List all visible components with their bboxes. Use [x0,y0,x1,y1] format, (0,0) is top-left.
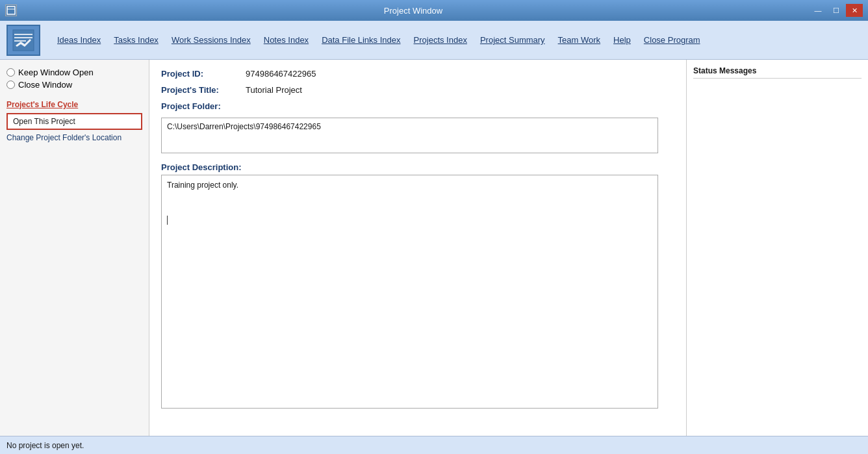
sidebar: Keep Window Open Close Window Project's … [0,60,149,436]
menu-tasks-index[interactable]: Tasks Index [107,32,165,47]
window-mode-group: Keep Window Open Close Window [6,68,142,90]
app-icon [5,5,17,16]
main-content: Keep Window Open Close Window Project's … [0,60,868,436]
project-id-value: 974986467422965 [246,69,316,79]
menu-data-file-links-index[interactable]: Data File Links Index [315,32,407,47]
status-message: No project is open yet. [6,441,84,450]
close-button[interactable]: ✕ [846,4,863,17]
window-controls: — ☐ ✕ [810,4,863,17]
center-content: Project ID: 974986467422965 Project's Ti… [149,60,686,436]
svg-rect-0 [7,6,15,14]
project-folder-label-row: Project Folder: [161,101,674,111]
text-cursor [167,216,168,225]
window-title: Project Window [17,6,810,16]
status-panel-title: Status Messages [693,66,862,79]
svg-rect-3 [14,34,32,35]
maximize-button[interactable]: ☐ [828,4,845,17]
minimize-button[interactable]: — [810,4,826,17]
project-title-label: Project's Title: [161,85,246,95]
project-title-value: Tutorial Project [246,85,302,95]
lifecycle-label: Project's Life Cycle [6,100,142,109]
project-folder-box[interactable]: C:\Users\Darren\Projects\974986467422965 [161,118,658,153]
keep-window-open-radio[interactable]: Keep Window Open [6,68,142,77]
title-bar: Project Window — ☐ ✕ [0,0,868,21]
open-project-button[interactable]: Open This Project [6,113,142,130]
description-value: Training project only. [167,181,238,190]
menu-projects-index[interactable]: Projects Index [407,32,474,47]
change-folder-link[interactable]: Change Project Folder's Location [6,133,121,142]
menu-work-sessions-index[interactable]: Work Sessions Index [165,32,257,47]
menu-project-summary[interactable]: Project Summary [474,32,552,47]
status-panel: Status Messages [686,60,868,436]
menu-team-work[interactable]: Team Work [552,32,607,47]
menu-close-program[interactable]: Close Program [637,32,707,47]
project-id-label: Project ID: [161,69,246,79]
project-folder-label: Project Folder: [161,101,246,111]
menu-bar: Ideas Index Tasks Index Work Sessions In… [0,21,868,60]
close-window-radio[interactable]: Close Window [6,80,142,90]
svg-rect-4 [14,37,32,38]
menu-help[interactable]: Help [607,32,637,47]
project-id-row: Project ID: 974986467422965 [161,69,674,79]
description-label: Project Description: [161,162,674,172]
app-logo [6,25,40,56]
description-section: Project Description: Training project on… [161,162,674,409]
menu-ideas-index[interactable]: Ideas Index [51,32,107,47]
status-bar: No project is open yet. [0,436,868,454]
project-folder-value: C:\Users\Darren\Projects\974986467422965 [167,122,321,131]
description-box[interactable]: Training project only. [161,175,658,409]
svg-rect-5 [14,40,26,42]
menu-notes-index[interactable]: Notes Index [257,32,315,47]
project-title-row: Project's Title: Tutorial Project [161,85,674,95]
